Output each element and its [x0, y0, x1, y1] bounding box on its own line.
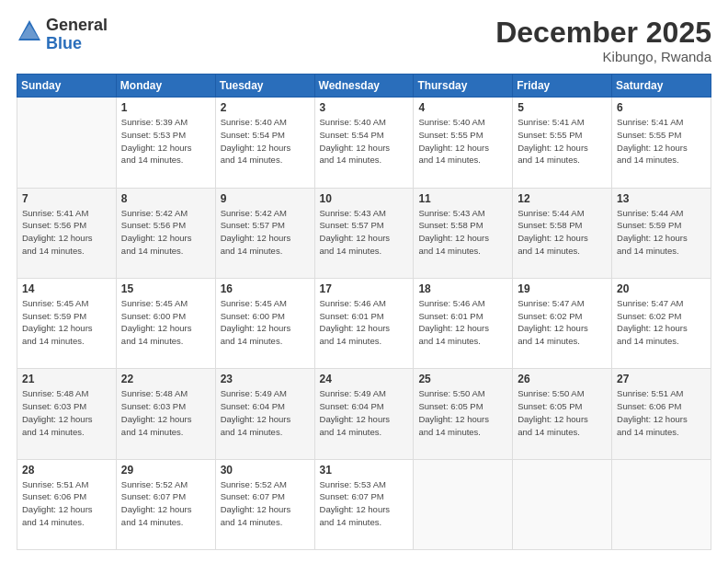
header-saturday: Saturday — [612, 75, 711, 98]
day-info: Sunrise: 5:44 AM Sunset: 5:58 PM Dayligh… — [518, 207, 607, 258]
table-row — [513, 459, 612, 549]
table-row: 1Sunrise: 5:39 AM Sunset: 5:53 PM Daylig… — [116, 98, 215, 188]
table-row: 24Sunrise: 5:49 AM Sunset: 6:04 PM Dayli… — [314, 369, 414, 459]
table-row: 20Sunrise: 5:47 AM Sunset: 6:02 PM Dayli… — [612, 278, 711, 368]
day-info: Sunrise: 5:50 AM Sunset: 6:05 PM Dayligh… — [518, 387, 607, 438]
table-row: 6Sunrise: 5:41 AM Sunset: 5:55 PM Daylig… — [612, 98, 711, 188]
header-tuesday: Tuesday — [215, 75, 314, 98]
calendar-week-row: 1Sunrise: 5:39 AM Sunset: 5:53 PM Daylig… — [17, 98, 711, 188]
day-number: 12 — [518, 192, 607, 205]
day-info: Sunrise: 5:41 AM Sunset: 5:55 PM Dayligh… — [518, 116, 607, 167]
table-row: 16Sunrise: 5:45 AM Sunset: 6:00 PM Dayli… — [215, 278, 314, 368]
day-info: Sunrise: 5:41 AM Sunset: 5:55 PM Dayligh… — [617, 116, 706, 167]
calendar-table: Sunday Monday Tuesday Wednesday Thursday… — [17, 74, 711, 550]
day-number: 18 — [418, 282, 507, 295]
table-row: 18Sunrise: 5:46 AM Sunset: 6:01 PM Dayli… — [414, 278, 513, 368]
day-info: Sunrise: 5:47 AM Sunset: 6:02 PM Dayligh… — [617, 297, 706, 348]
day-info: Sunrise: 5:40 AM Sunset: 5:54 PM Dayligh… — [221, 116, 310, 167]
table-row: 23Sunrise: 5:49 AM Sunset: 6:04 PM Dayli… — [215, 369, 314, 459]
day-number: 16 — [221, 282, 310, 295]
day-number: 11 — [418, 192, 507, 205]
calendar-week-row: 21Sunrise: 5:48 AM Sunset: 6:03 PM Dayli… — [17, 369, 711, 459]
day-number: 21 — [22, 373, 111, 385]
table-row: 5Sunrise: 5:41 AM Sunset: 5:55 PM Daylig… — [513, 98, 612, 188]
day-number: 6 — [617, 101, 706, 114]
day-info: Sunrise: 5:45 AM Sunset: 6:00 PM Dayligh… — [221, 297, 310, 348]
day-info: Sunrise: 5:42 AM Sunset: 5:56 PM Dayligh… — [121, 207, 210, 258]
logo: General Blue — [17, 17, 108, 53]
logo-blue-text: Blue — [46, 35, 108, 53]
day-info: Sunrise: 5:51 AM Sunset: 6:06 PM Dayligh… — [617, 387, 706, 438]
header: General Blue December 2025 Kibungo, Rwan… — [17, 17, 711, 64]
table-row: 12Sunrise: 5:44 AM Sunset: 5:58 PM Dayli… — [513, 188, 612, 278]
day-info: Sunrise: 5:43 AM Sunset: 5:58 PM Dayligh… — [418, 207, 507, 258]
calendar-header-row: Sunday Monday Tuesday Wednesday Thursday… — [17, 75, 711, 98]
day-info: Sunrise: 5:44 AM Sunset: 5:59 PM Dayligh… — [617, 207, 706, 258]
day-number: 31 — [320, 464, 409, 477]
table-row: 17Sunrise: 5:46 AM Sunset: 6:01 PM Dayli… — [314, 278, 414, 368]
day-info: Sunrise: 5:49 AM Sunset: 6:04 PM Dayligh… — [320, 387, 409, 438]
table-row: 30Sunrise: 5:52 AM Sunset: 6:07 PM Dayli… — [215, 459, 314, 549]
table-row: 7Sunrise: 5:41 AM Sunset: 5:56 PM Daylig… — [17, 188, 117, 278]
table-row: 11Sunrise: 5:43 AM Sunset: 5:58 PM Dayli… — [414, 188, 513, 278]
table-row: 22Sunrise: 5:48 AM Sunset: 6:03 PM Dayli… — [116, 369, 215, 459]
table-row: 29Sunrise: 5:52 AM Sunset: 6:07 PM Dayli… — [116, 459, 215, 549]
table-row: 28Sunrise: 5:51 AM Sunset: 6:06 PM Dayli… — [17, 459, 117, 549]
table-row: 21Sunrise: 5:48 AM Sunset: 6:03 PM Dayli… — [17, 369, 117, 459]
table-row: 8Sunrise: 5:42 AM Sunset: 5:56 PM Daylig… — [116, 188, 215, 278]
logo-general-text: General — [46, 17, 108, 35]
table-row: 15Sunrise: 5:45 AM Sunset: 6:00 PM Dayli… — [116, 278, 215, 368]
day-info: Sunrise: 5:53 AM Sunset: 6:07 PM Dayligh… — [320, 478, 409, 529]
day-info: Sunrise: 5:51 AM Sunset: 6:06 PM Dayligh… — [22, 478, 111, 529]
day-number: 13 — [617, 192, 706, 205]
header-wednesday: Wednesday — [314, 75, 414, 98]
header-sunday: Sunday — [17, 75, 117, 98]
header-friday: Friday — [513, 75, 612, 98]
day-number: 9 — [221, 192, 310, 205]
day-info: Sunrise: 5:50 AM Sunset: 6:05 PM Dayligh… — [418, 387, 507, 438]
day-info: Sunrise: 5:52 AM Sunset: 6:07 PM Dayligh… — [221, 478, 310, 529]
day-number: 7 — [22, 192, 111, 205]
table-row — [414, 459, 513, 549]
header-monday: Monday — [116, 75, 215, 98]
logo-icon — [17, 18, 42, 44]
table-row: 27Sunrise: 5:51 AM Sunset: 6:06 PM Dayli… — [612, 369, 711, 459]
day-number: 22 — [121, 373, 210, 385]
table-row: 26Sunrise: 5:50 AM Sunset: 6:05 PM Dayli… — [513, 369, 612, 459]
header-thursday: Thursday — [414, 75, 513, 98]
day-info: Sunrise: 5:41 AM Sunset: 5:56 PM Dayligh… — [22, 207, 111, 258]
table-row — [612, 459, 711, 549]
day-number: 24 — [320, 373, 409, 385]
day-info: Sunrise: 5:48 AM Sunset: 6:03 PM Dayligh… — [121, 387, 210, 438]
day-info: Sunrise: 5:52 AM Sunset: 6:07 PM Dayligh… — [121, 478, 210, 529]
table-row: 10Sunrise: 5:43 AM Sunset: 5:57 PM Dayli… — [314, 188, 414, 278]
table-row: 19Sunrise: 5:47 AM Sunset: 6:02 PM Dayli… — [513, 278, 612, 368]
table-row: 31Sunrise: 5:53 AM Sunset: 6:07 PM Dayli… — [314, 459, 414, 549]
calendar-week-row: 14Sunrise: 5:45 AM Sunset: 5:59 PM Dayli… — [17, 278, 711, 368]
day-number: 23 — [221, 373, 310, 385]
day-info: Sunrise: 5:39 AM Sunset: 5:53 PM Dayligh… — [121, 116, 210, 167]
day-number: 28 — [22, 464, 111, 477]
day-number: 14 — [22, 282, 111, 295]
day-number: 4 — [418, 101, 507, 114]
day-info: Sunrise: 5:42 AM Sunset: 5:57 PM Dayligh… — [221, 207, 310, 258]
day-number: 10 — [320, 192, 409, 205]
day-number: 30 — [221, 464, 310, 477]
location-subtitle: Kibungo, Rwanda — [495, 49, 711, 64]
table-row: 25Sunrise: 5:50 AM Sunset: 6:05 PM Dayli… — [414, 369, 513, 459]
day-info: Sunrise: 5:48 AM Sunset: 6:03 PM Dayligh… — [22, 387, 111, 438]
day-number: 2 — [221, 101, 310, 114]
month-title: December 2025 — [495, 17, 711, 49]
day-number: 27 — [617, 373, 706, 385]
day-number: 26 — [518, 373, 607, 385]
day-info: Sunrise: 5:47 AM Sunset: 6:02 PM Dayligh… — [518, 297, 607, 348]
table-row: 4Sunrise: 5:40 AM Sunset: 5:55 PM Daylig… — [414, 98, 513, 188]
day-number: 8 — [121, 192, 210, 205]
day-info: Sunrise: 5:40 AM Sunset: 5:55 PM Dayligh… — [418, 116, 507, 167]
day-info: Sunrise: 5:40 AM Sunset: 5:54 PM Dayligh… — [320, 116, 409, 167]
table-row — [17, 98, 117, 188]
day-info: Sunrise: 5:49 AM Sunset: 6:04 PM Dayligh… — [221, 387, 310, 438]
day-number: 5 — [518, 101, 607, 114]
day-info: Sunrise: 5:45 AM Sunset: 5:59 PM Dayligh… — [22, 297, 111, 348]
table-row: 14Sunrise: 5:45 AM Sunset: 5:59 PM Dayli… — [17, 278, 117, 368]
